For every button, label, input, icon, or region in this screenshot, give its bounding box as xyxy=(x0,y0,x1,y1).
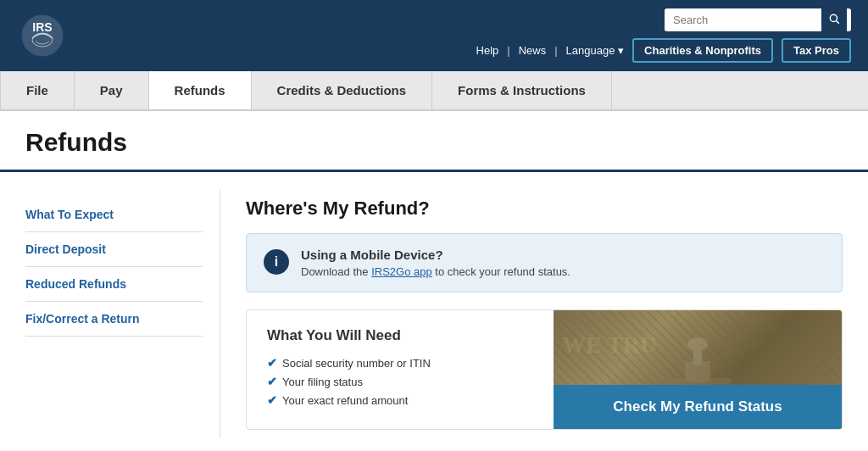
need-list: ✔ Social security number or ITIN ✔ Your … xyxy=(267,356,533,407)
check-icon-3: ✔ xyxy=(267,393,277,407)
wheres-my-refund-title: Where's My Refund? xyxy=(246,198,843,220)
need-item-3: Your exact refund amount xyxy=(282,394,408,407)
info-icon: i xyxy=(264,249,289,275)
list-item: ✔ Social security number or ITIN xyxy=(267,356,533,370)
separator-1: | xyxy=(507,44,509,57)
info-desc-prefix: Download the xyxy=(301,265,371,278)
search-input[interactable] xyxy=(665,9,821,31)
check-icon-2: ✔ xyxy=(267,375,277,388)
nav-item-refunds[interactable]: Refunds xyxy=(149,71,252,109)
sidebar: What To Expect Direct Deposit Reduced Re… xyxy=(0,189,220,438)
content-area: What To Expect Direct Deposit Reduced Re… xyxy=(0,172,868,451)
nav-item-pay[interactable]: Pay xyxy=(75,71,149,109)
language-link[interactable]: Language ▾ xyxy=(566,44,624,57)
svg-text:WE TRU: WE TRU xyxy=(562,331,657,358)
news-link[interactable]: News xyxy=(519,44,547,57)
what-you-will-need-box: What You Will Need ✔ Social security num… xyxy=(246,309,843,430)
site-header: IRS Help | News | Language ▾ xyxy=(0,0,868,71)
search-button[interactable] xyxy=(821,8,847,31)
svg-point-3 xyxy=(830,14,837,21)
help-link[interactable]: Help xyxy=(476,44,499,57)
sidebar-item-what-to-expect[interactable]: What To Expect xyxy=(25,198,203,232)
page-title: Refunds xyxy=(25,128,843,157)
irs-logo: IRS xyxy=(17,14,68,57)
page-title-bar: Refunds xyxy=(0,111,868,172)
main-navigation: File Pay Refunds Credits & Deductions Fo… xyxy=(0,71,868,111)
irs2go-link[interactable]: IRS2Go app xyxy=(371,265,432,278)
sidebar-item-direct-deposit[interactable]: Direct Deposit xyxy=(25,232,203,267)
sidebar-item-fix-correct-return[interactable]: Fix/Correct a Return xyxy=(25,302,203,337)
need-box-left: What You Will Need ✔ Social security num… xyxy=(247,310,554,429)
separator-2: | xyxy=(554,44,557,57)
need-box-title: What You Will Need xyxy=(267,327,533,344)
list-item: ✔ Your exact refund amount xyxy=(267,393,533,407)
mobile-device-info-box: i Using a Mobile Device? Download the IR… xyxy=(246,233,843,292)
svg-point-8 xyxy=(687,337,708,351)
info-box-title: Using a Mobile Device? xyxy=(301,248,570,262)
svg-text:IRS: IRS xyxy=(32,20,52,34)
need-item-1: Social security number or ITIN xyxy=(282,357,431,370)
need-item-2: Your filing status xyxy=(282,376,363,388)
charities-nonprofits-button[interactable]: Charities & Nonprofits xyxy=(632,38,773,63)
sidebar-item-reduced-refunds[interactable]: Reduced Refunds xyxy=(25,267,203,302)
nav-item-credits-deductions[interactable]: Credits & Deductions xyxy=(252,71,433,109)
search-bar[interactable] xyxy=(665,8,851,31)
search-icon xyxy=(828,13,840,25)
header-links: Help | News | Language ▾ Charities & Non… xyxy=(476,38,851,63)
svg-line-4 xyxy=(837,21,839,24)
check-icon-1: ✔ xyxy=(267,356,277,370)
chevron-down-icon: ▾ xyxy=(618,44,624,57)
refund-status-image-area: WE TRU Check My Refund Status xyxy=(554,310,842,429)
header-right: Help | News | Language ▾ Charities & Non… xyxy=(476,8,851,63)
main-content: Where's My Refund? i Using a Mobile Devi… xyxy=(220,189,868,438)
tax-pros-button[interactable]: Tax Pros xyxy=(782,38,851,63)
nav-item-file[interactable]: File xyxy=(0,71,75,109)
info-desc-suffix: to check your refund status. xyxy=(432,265,570,278)
check-refund-status-button[interactable]: Check My Refund Status xyxy=(554,385,842,429)
list-item: ✔ Your filing status xyxy=(267,375,533,388)
info-box-content: Using a Mobile Device? Download the IRS2… xyxy=(301,248,570,278)
nav-item-forms-instructions[interactable]: Forms & Instructions xyxy=(432,71,612,109)
info-box-description: Download the IRS2Go app to check your re… xyxy=(301,265,570,278)
logo-area: IRS xyxy=(17,14,68,57)
